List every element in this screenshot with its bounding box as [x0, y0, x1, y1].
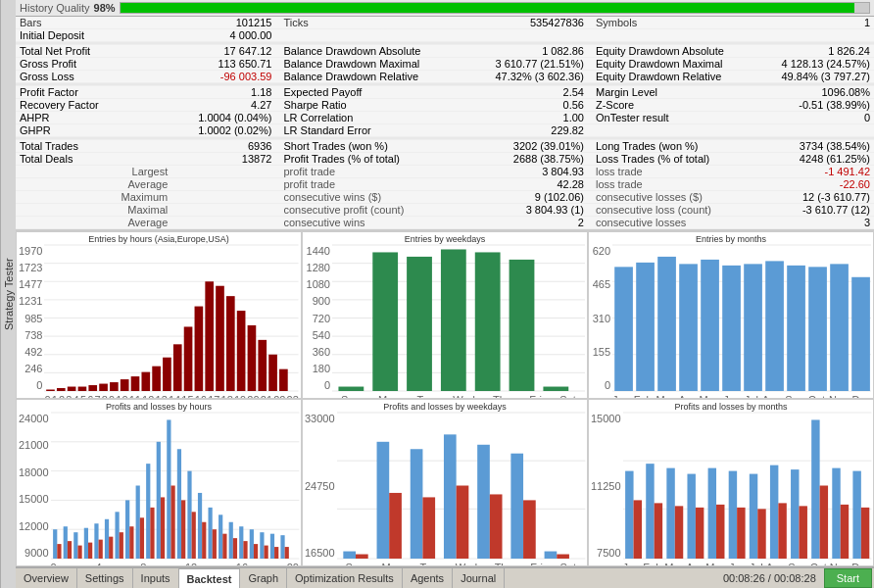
svg-rect-29 [259, 340, 267, 391]
stat-label: Average [16, 217, 171, 229]
svg-rect-98 [191, 512, 195, 559]
tab-agents[interactable]: Agents [403, 568, 453, 588]
start-button[interactable]: Start [824, 568, 872, 588]
svg-rect-149 [728, 471, 736, 559]
svg-rect-95 [176, 449, 180, 559]
svg-rect-25 [217, 286, 225, 391]
stat-label: consecutive wins ($) [275, 191, 458, 204]
tab-settings[interactable]: Settings [77, 568, 133, 588]
svg-rect-23 [195, 307, 204, 391]
svg-rect-128 [456, 486, 468, 560]
stat-value: 3 804.93 (1) [458, 204, 588, 217]
stat-label: consecutive loss (count) [588, 204, 770, 217]
stat-label: Equity Drawdown Maximal [588, 58, 770, 71]
stat-value: 1096.08% [770, 86, 874, 99]
stat-label: Expected Payoff [275, 86, 458, 99]
stat-label: Equity Drawdown Relative [588, 71, 770, 83]
y-axis: 24000210001800015000120009000 [19, 413, 51, 559]
stat-label: Profit Trades (% of total) [275, 153, 458, 166]
svg-rect-74 [67, 541, 71, 559]
svg-rect-72 [57, 544, 61, 559]
tab-overview[interactable]: Overview [16, 568, 77, 588]
stat-value: 2688 (38.75%) [458, 153, 588, 166]
timer-display: 00:08:26 / 00:08:28 [723, 572, 816, 584]
stat-label: Initial Deposit [16, 29, 171, 42]
stat-value: 1 826.24 [770, 45, 874, 58]
chart-title: Profits and losses by months [591, 402, 871, 412]
stat-value: 12 (-3 610.77) [770, 191, 874, 204]
tab-bar: Overview Settings Inputs Backtest Graph … [16, 566, 874, 588]
stat-value: 4248 (61.25%) [770, 153, 874, 166]
chart-svg [51, 413, 299, 559]
tab-backtest[interactable]: Backtest [179, 568, 241, 588]
svg-rect-96 [181, 500, 185, 559]
svg-rect-153 [770, 466, 778, 559]
stat-label: Balance Drawdown Absolute [275, 45, 458, 58]
stats-table: Bars 101215 Ticks 535427836 Symbols 1 In… [16, 17, 874, 229]
stat-value: 49.84% (3 797.27) [770, 71, 874, 83]
stat-label: Gross Profit [16, 58, 171, 71]
svg-rect-113 [269, 534, 273, 559]
stat-label: Total Net Profit [16, 45, 171, 58]
svg-rect-43 [407, 257, 432, 391]
svg-rect-156 [799, 506, 806, 559]
svg-rect-17 [131, 376, 140, 391]
stat-label: profit trade [275, 166, 458, 178]
svg-rect-159 [832, 468, 840, 559]
tab-graph[interactable]: Graph [240, 568, 287, 588]
stat-label: Maximum [16, 191, 171, 204]
stat-label: Average [16, 178, 171, 191]
chart-title: Entries by months [591, 234, 871, 244]
tab-optimization[interactable]: Optimization Results [287, 568, 403, 588]
table-row: Average profit trade 42.28 loss trade -2… [16, 178, 874, 191]
svg-rect-46 [510, 260, 535, 391]
svg-rect-93 [167, 419, 170, 559]
svg-rect-107 [239, 526, 243, 559]
table-row: Bars 101215 Ticks 535427836 Symbols 1 [16, 17, 874, 29]
stat-value: 1 082.86 [458, 45, 588, 58]
y-axis: 1440128010809007205403601800 [305, 245, 332, 391]
tab-journal[interactable]: Journal [453, 568, 505, 588]
chart-svg [332, 245, 585, 391]
svg-rect-147 [707, 468, 715, 559]
stat-label: LR Correlation [275, 112, 458, 124]
stat-label: Total Deals [16, 153, 171, 166]
svg-rect-140 [633, 500, 641, 559]
svg-rect-105 [228, 522, 232, 559]
svg-rect-160 [840, 505, 848, 559]
stats-section: Bars 101215 Ticks 535427836 Symbols 1 In… [16, 17, 874, 230]
svg-rect-77 [83, 528, 87, 559]
svg-rect-56 [679, 264, 698, 391]
stat-label: GHPR [16, 124, 171, 137]
svg-rect-150 [737, 508, 745, 559]
stat-label: Maximal [16, 204, 171, 217]
table-row: Maximum consecutive wins ($) 9 (102.06) … [16, 191, 874, 204]
svg-rect-60 [765, 261, 784, 391]
svg-rect-104 [222, 534, 226, 559]
stat-value: 13872 [171, 153, 275, 166]
svg-rect-121 [343, 552, 356, 559]
stat-value: -3 610.77 (12) [770, 204, 874, 217]
svg-rect-79 [94, 523, 98, 559]
stat-label: consecutive losses ($) [588, 191, 770, 204]
tab-inputs[interactable]: Inputs [133, 568, 179, 588]
svg-rect-132 [523, 500, 536, 559]
stat-value: 0.56 [458, 99, 588, 112]
y-axis: 330002475016500 [305, 413, 337, 559]
svg-rect-20 [164, 358, 172, 391]
svg-rect-100 [202, 522, 206, 559]
svg-rect-73 [63, 526, 67, 559]
svg-rect-54 [636, 263, 655, 391]
svg-rect-151 [749, 474, 756, 559]
stat-label: consecutive losses [588, 217, 770, 229]
stat-value: 101215 [171, 17, 275, 29]
svg-rect-89 [146, 464, 150, 559]
svg-rect-94 [170, 486, 174, 560]
table-row: Total Trades 6936 Short Trades (won %) 3… [16, 140, 874, 153]
stat-label: Symbols [588, 17, 770, 29]
stat-value: 0 [770, 112, 874, 124]
table-row: Profit Factor 1.18 Expected Payoff 2.54 … [16, 86, 874, 99]
stat-label: profit trade [275, 178, 458, 191]
svg-rect-146 [696, 508, 704, 559]
svg-rect-139 [625, 471, 633, 559]
